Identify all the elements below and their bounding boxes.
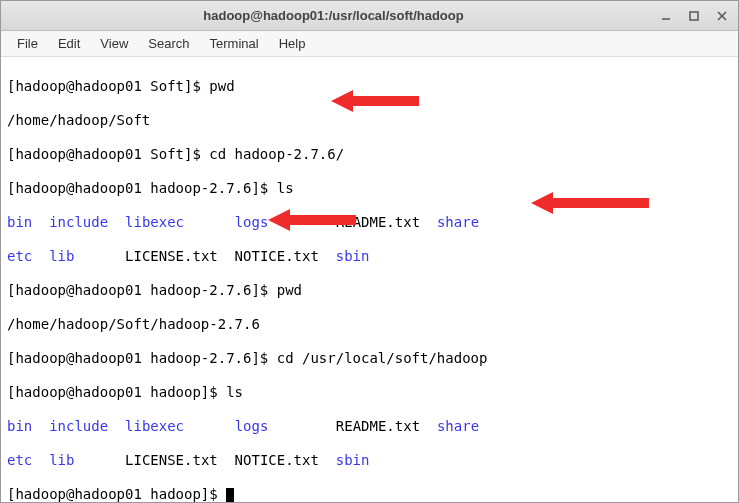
file-entry: LICENSE.txt (125, 248, 218, 264)
terminal-line: [hadoop@hadoop01 hadoop-2.7.6]$ ls (7, 180, 732, 197)
menu-help[interactable]: Help (271, 33, 314, 54)
terminal-line: [hadoop@hadoop01 hadoop]$ ls (7, 384, 732, 401)
minimize-button[interactable] (658, 8, 674, 24)
terminal-window: hadoop@hadoop01:/usr/local/soft/hadoop F… (0, 0, 739, 503)
dir-entry: sbin (336, 452, 370, 468)
terminal-line: etc lib LICENSE.txt NOTICE.txt sbin (7, 248, 732, 265)
close-button[interactable] (714, 8, 730, 24)
dir-entry: libexec (125, 214, 184, 230)
svg-rect-1 (690, 12, 698, 20)
file-entry: NOTICE.txt (235, 248, 319, 264)
dir-entry: bin (7, 418, 32, 434)
terminal-line: etc lib LICENSE.txt NOTICE.txt sbin (7, 452, 732, 469)
file-entry: README.txt (336, 418, 420, 434)
dir-entry: libexec (125, 418, 184, 434)
menu-edit[interactable]: Edit (50, 33, 88, 54)
terminal-line: bin include libexec logs README.txt shar… (7, 418, 732, 435)
window-controls (658, 8, 730, 24)
file-entry: README.txt (336, 214, 420, 230)
prompt: [hadoop@hadoop01 hadoop]$ (7, 486, 226, 502)
terminal-line: /home/hadoop/Soft (7, 112, 732, 129)
dir-entry: logs (235, 418, 269, 434)
menu-search[interactable]: Search (140, 33, 197, 54)
dir-entry: lib (49, 452, 74, 468)
terminal-line: [hadoop@hadoop01 hadoop]$ (7, 486, 732, 502)
dir-entry: include (49, 214, 108, 230)
terminal-line: /home/hadoop/Soft/hadoop-2.7.6 (7, 316, 732, 333)
menubar: File Edit View Search Terminal Help (1, 31, 738, 57)
dir-entry: include (49, 418, 108, 434)
menu-file[interactable]: File (9, 33, 46, 54)
dir-entry: etc (7, 248, 32, 264)
dir-entry: sbin (336, 248, 370, 264)
dir-entry: share (437, 214, 479, 230)
terminal-line: [hadoop@hadoop01 hadoop-2.7.6]$ cd /usr/… (7, 350, 732, 367)
titlebar: hadoop@hadoop01:/usr/local/soft/hadoop (1, 1, 738, 31)
terminal-line: [hadoop@hadoop01 hadoop-2.7.6]$ pwd (7, 282, 732, 299)
window-title: hadoop@hadoop01:/usr/local/soft/hadoop (9, 8, 658, 23)
dir-entry: logs (235, 214, 269, 230)
cursor (226, 488, 234, 502)
file-entry: NOTICE.txt (235, 452, 319, 468)
menu-terminal[interactable]: Terminal (202, 33, 267, 54)
file-entry: LICENSE.txt (125, 452, 218, 468)
dir-entry: share (437, 418, 479, 434)
terminal-line: bin include libexec logs README.txt shar… (7, 214, 732, 231)
dir-entry: lib (49, 248, 74, 264)
terminal-content[interactable]: [hadoop@hadoop01 Soft]$ pwd /home/hadoop… (1, 57, 738, 502)
menu-view[interactable]: View (92, 33, 136, 54)
dir-entry: bin (7, 214, 32, 230)
terminal-line: [hadoop@hadoop01 Soft]$ cd hadoop-2.7.6/ (7, 146, 732, 163)
maximize-button[interactable] (686, 8, 702, 24)
dir-entry: etc (7, 452, 32, 468)
terminal-line: [hadoop@hadoop01 Soft]$ pwd (7, 78, 732, 95)
